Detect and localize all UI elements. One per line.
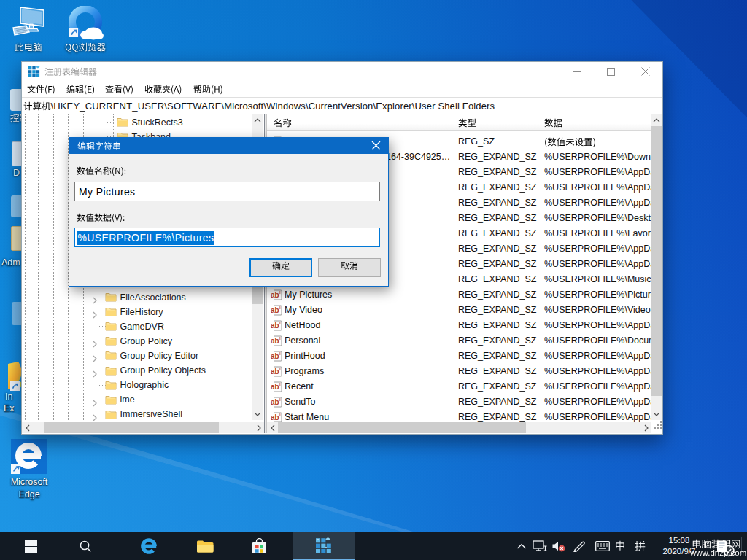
show-desktop-separator[interactable] xyxy=(741,537,742,555)
value-type: REG_EXPAND_SZ xyxy=(458,274,536,284)
tray-ime-layout[interactable]: 拼 xyxy=(635,540,646,553)
tray-keyboard-icon[interactable] xyxy=(594,532,611,560)
string-ab-icon: ab xyxy=(270,412,282,423)
folder-icon xyxy=(105,292,117,305)
scroll-down-arrow[interactable] xyxy=(651,408,662,420)
column-header-type[interactable]: 类型 xyxy=(458,118,476,129)
address-bar[interactable]: 计算机\HKEY_CURRENT_USER\SOFTWARE\Microsoft… xyxy=(22,98,662,114)
minimize-button[interactable] xyxy=(560,62,594,81)
chevron-right-icon xyxy=(93,370,97,378)
tray-network-icon[interactable] xyxy=(532,532,548,560)
tree-item[interactable]: Group Policy Objects xyxy=(22,364,264,378)
resize-grip[interactable] xyxy=(653,419,662,432)
registry-value-row[interactable]: abRecentREG_EXPAND_SZ%USERPROFILE%\AppDa… xyxy=(267,379,662,394)
menu-item-help[interactable]: 帮助(H) xyxy=(193,85,223,95)
window-controls xyxy=(560,62,662,81)
list-vscrollbar[interactable] xyxy=(651,114,662,420)
folder-icon xyxy=(105,350,117,360)
tree-item-label: ime xyxy=(120,394,135,405)
tray-pen-icon[interactable] xyxy=(571,532,587,560)
registry-value-row[interactable]: abProgramsREG_EXPAND_SZ%USERPROFILE%\App… xyxy=(267,364,662,379)
value-data: %USERPROFILE%\AppData\Roaming\Microsoft\… xyxy=(544,351,662,361)
start-button[interactable] xyxy=(16,532,45,560)
edit-string-dialog: 编辑字符串 数值名称(N): 数值数据(V): %USERPROFILE%\Pi… xyxy=(69,137,389,287)
taskbar-store-icon[interactable] xyxy=(244,532,274,560)
tray-chevron-up-icon[interactable] xyxy=(515,532,528,560)
registry-value-row[interactable]: abMy PicturesREG_EXPAND_SZ%USERPROFILE%\… xyxy=(267,287,662,303)
pen-icon xyxy=(573,540,586,552)
tree-item[interactable]: StuckRects3 xyxy=(22,115,264,130)
scroll-right-arrow[interactable] xyxy=(640,422,651,433)
tree-item[interactable]: GameDVR xyxy=(22,319,264,334)
scroll-down-arrow[interactable] xyxy=(252,408,263,420)
menu-item-view[interactable]: 查看(V) xyxy=(105,85,133,95)
scroll-arrow-icon xyxy=(25,424,31,432)
text-glyph-svg xyxy=(341,261,358,271)
text-glyph-svg xyxy=(66,85,95,95)
value-type: REG_EXPAND_SZ xyxy=(458,397,536,407)
scroll-thumb[interactable] xyxy=(278,422,526,433)
tree-item[interactable]: Group Policy xyxy=(22,334,264,349)
folder-icon xyxy=(105,306,117,316)
scroll-up-arrow[interactable] xyxy=(252,114,263,126)
menu-item-edit[interactable]: 编辑(E) xyxy=(66,85,95,95)
cancel-button[interactable]: 取消 xyxy=(318,258,381,277)
column-header-data[interactable]: 数据 xyxy=(544,118,562,129)
dialog-close-button[interactable] xyxy=(364,138,387,153)
scroll-arrow-icon xyxy=(270,424,276,432)
registry-value-row[interactable]: abPrintHoodREG_EXPAND_SZ%USERPROFILE%\Ap… xyxy=(267,349,662,364)
tree-dots-connector xyxy=(107,122,116,122)
tree-item[interactable]: FileHistory xyxy=(22,305,264,319)
maximize-button[interactable] xyxy=(594,62,628,81)
desktop-icon-edge[interactable] xyxy=(11,439,47,474)
value-name-input[interactable] xyxy=(74,182,380,201)
menu-item-file[interactable]: 文件(F) xyxy=(27,85,55,95)
menu-item-favorites[interactable]: 收藏夹(A) xyxy=(144,85,182,95)
scroll-left-arrow[interactable] xyxy=(267,422,278,433)
taskbar-edge-icon[interactable] xyxy=(134,532,163,560)
tree-item[interactable]: Holographic xyxy=(22,378,264,393)
column-header-name[interactable]: 名称 xyxy=(274,118,292,129)
tree-item[interactable]: ime xyxy=(22,393,264,408)
taskbar-regedit-button[interactable] xyxy=(293,532,355,560)
taskbar-clock[interactable]: 15:082020/9/7 xyxy=(651,535,708,556)
scroll-up-arrow[interactable] xyxy=(651,114,662,126)
svg-text:ab: ab xyxy=(271,368,279,376)
store-bag-icon xyxy=(252,538,267,554)
dialog-titlebar[interactable]: 编辑字符串 xyxy=(69,138,388,154)
tree-item[interactable]: ImmersiveShell xyxy=(22,408,264,422)
scroll-left-arrow[interactable] xyxy=(22,422,33,433)
text-glyph-svg xyxy=(544,137,596,148)
tree-item[interactable]: Group Policy Editor xyxy=(22,349,264,363)
scroll-thumb[interactable] xyxy=(44,422,219,433)
tree-item[interactable]: FileAssociations xyxy=(22,290,264,305)
folder-icon xyxy=(105,380,117,390)
registry-value-row[interactable]: abSendToREG_EXPAND_SZ%USERPROFILE%\AppDa… xyxy=(267,394,662,410)
scroll-right-arrow[interactable] xyxy=(253,422,264,433)
column-separator[interactable] xyxy=(454,116,454,128)
folder-icon xyxy=(105,321,117,334)
registry-value-row[interactable]: abPersonalREG_EXPAND_SZ%USERPROFILE%\Doc… xyxy=(267,333,662,349)
keyboard-icon xyxy=(595,541,610,551)
tray-volume-muted-icon[interactable] xyxy=(551,532,567,560)
column-separator[interactable] xyxy=(538,116,538,128)
scroll-arrow-icon xyxy=(253,117,262,123)
scroll-arrow-icon xyxy=(652,117,661,123)
tray-ime-mode[interactable]: 中 xyxy=(615,540,625,553)
taskbar-search-button[interactable] xyxy=(71,532,100,560)
registry-value-row[interactable]: abNetHoodREG_EXPAND_SZ%USERPROFILE%\AppD… xyxy=(267,318,662,333)
registry-value-row[interactable]: abMy VideoREG_EXPAND_SZ%USERPROFILE%\Vid… xyxy=(267,303,662,318)
text-glyph-svg xyxy=(105,85,133,95)
value-data: %USERPROFILE%\Downloads xyxy=(544,152,662,162)
text-glyph-svg xyxy=(27,85,55,95)
ok-button[interactable]: 确定 xyxy=(249,258,312,277)
value-data-input[interactable]: %USERPROFILE%\Pictures xyxy=(74,228,380,247)
value-data: %USERPROFILE%\AppData\Roaming\Microsoft\… xyxy=(544,320,662,330)
tree-hscrollbar[interactable] xyxy=(22,422,264,433)
list-hscrollbar[interactable] xyxy=(267,422,651,433)
close-button[interactable] xyxy=(628,62,662,81)
scroll-thumb[interactable] xyxy=(651,126,662,396)
taskbar-explorer-icon[interactable] xyxy=(190,532,220,560)
regedit-titlebar[interactable]: 注册表编辑器 xyxy=(22,62,662,81)
tree-item-label: Group Policy Editor xyxy=(120,351,199,361)
